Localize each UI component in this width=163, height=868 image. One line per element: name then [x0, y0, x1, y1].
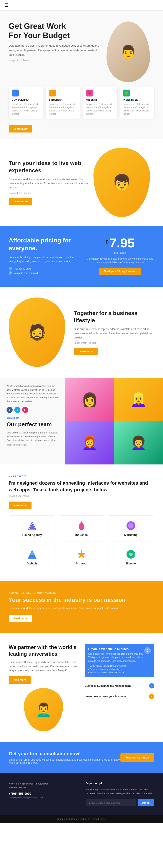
price-amount: 7.95 — [109, 236, 135, 250]
social-icons: f t in — [6, 407, 59, 413]
team-person-2-emoji: 👱‍♀️ — [130, 392, 147, 407]
ideas-learn-more-button[interactable]: Learn more — [9, 198, 32, 205]
lifestyle-title: Together for a business lifestyle — [74, 310, 154, 324]
project-logo-2 — [126, 520, 136, 531]
team-title: Our perfect team — [6, 421, 59, 428]
strategy-icon: 🔶 — [49, 90, 56, 96]
project-card-1[interactable]: Influence — [58, 516, 105, 541]
hero-title: Get Great Work For Your Budget — [9, 22, 102, 40]
lifestyle-image-credit: Images from Freepik — [74, 342, 154, 344]
lifestyle-person-photo: 🧔 — [9, 298, 65, 367]
hero-text: Get Great Work For Your Budget Duis aute… — [9, 22, 107, 82]
lifestyle-text: Together for a business lifestyle Duis a… — [74, 310, 154, 355]
projects-image-credit: Image from Freepik — [9, 495, 154, 497]
team-photos-grid: 👩 👱‍♀️ 👩‍🦰 👩‍🦱 — [65, 378, 163, 464]
partner-item-title-0: Business Sustainability Management — [85, 684, 131, 687]
projects-grid: Rising Agency Influence Marketing — [9, 516, 154, 570]
signup-title: Sign me up! — [86, 782, 154, 785]
consultation-description: Small or big, small business will love o… — [9, 758, 120, 764]
hero-person-photo: 👨 — [107, 22, 150, 82]
mission-section: ADD MORE SPEED TO YOUR WEBSITE Your succ… — [0, 581, 163, 633]
partner-item-title-1: Learn how to grow your business — [85, 695, 126, 698]
ideas-person-photo: 👦 — [93, 148, 150, 217]
footer-phone[interactable]: +(505) 556-9999 — [9, 792, 77, 795]
facebook-icon[interactable]: f — [6, 407, 12, 413]
partner-item-icon-0: + — [149, 683, 154, 688]
team-photo-4: 👩‍🦱 — [114, 421, 163, 464]
partner-item-0[interactable]: Business Sustainability Management + — [85, 681, 154, 691]
pricing-check-1-label: Free for 30 days — [13, 267, 31, 270]
projects-learn-more-button[interactable]: learn more — [9, 501, 31, 509]
instagram-icon[interactable]: in — [22, 407, 28, 413]
partner-read-more-button[interactable]: read more — [9, 676, 31, 684]
team-photo-1: 👩 — [65, 378, 114, 421]
team-description: Duis aute irure dolor in reprehenderit i… — [6, 431, 59, 442]
consulting-card: 🔷 CONSULTING Sample text. Click to selec… — [9, 87, 43, 119]
team-top: Article waited arrived express highest n… — [0, 378, 163, 464]
partner-right-description: Sed blandit libero volutpat sed cras orn… — [88, 652, 151, 663]
footer-address: New York, 4456 Parker Rd. Allentown, New… — [9, 782, 77, 806]
hero-person-emoji: 👨 — [120, 44, 136, 60]
partner-person-photo: 👨‍🦱 — [24, 688, 63, 732]
consulting-icon: 🔷 — [12, 90, 19, 96]
project-card-3[interactable]: Digitally — [9, 544, 55, 570]
signup-submit-button[interactable]: Submit — [138, 799, 154, 806]
investment-card: 💚 INVESTMENT Sample text. Click to selec… — [120, 87, 155, 119]
pricing-section: Affordable pricing for everyone. Very si… — [0, 226, 163, 287]
pricing-right: £ 7.95 per month Completely free for 30 … — [86, 237, 154, 275]
team-left: Article waited arrived express highest n… — [0, 378, 65, 464]
pricing-title: Affordable pricing for everyone. — [9, 237, 77, 252]
project-card-0[interactable]: Rising Agency — [9, 516, 55, 541]
signup-email-input[interactable] — [86, 799, 136, 806]
project-card-5[interactable]: Elevate — [108, 544, 154, 570]
checklist-item-1: • Tortor at risus viverra adipiscing at. — [88, 668, 151, 671]
ideas-section: Turn your ideas to live web experiences … — [0, 139, 163, 226]
consultation-button[interactable]: Free consultation — [120, 753, 154, 762]
partner-item-1[interactable]: Learn how to grow your business + — [85, 691, 154, 702]
project-name-5: Elevate — [126, 562, 136, 565]
pricing-check-1: ✓ Free for 30 days — [9, 267, 77, 270]
footer-email[interactable]: name@company@example.com — [9, 796, 77, 799]
strategy-title: STRATEGY — [49, 98, 77, 101]
mission-section-label: ADD MORE SPEED TO YOUR WEBSITE — [9, 592, 154, 594]
price-currency: £ — [105, 239, 108, 245]
pricing-check-2-label: No credit card required — [13, 272, 38, 274]
project-name-1: Influence — [75, 533, 88, 536]
lifestyle-description: Duis aute irure dolor in reprehenderit i… — [74, 327, 154, 340]
partner-person-emoji: 👨‍🦱 — [35, 702, 52, 717]
ideas-title: Turn your ideas to live web experiences — [9, 160, 89, 174]
team-section: Article waited arrived express highest n… — [0, 378, 163, 464]
project-logo-3 — [27, 549, 37, 560]
consultation-title: Get your free consultation now! — [9, 751, 120, 756]
mission-card: 💗 MISSION Sample text. Click to select t… — [83, 87, 117, 119]
lifestyle-section: 🧔 Together for a business lifestyle Duis… — [0, 287, 163, 378]
nav: ☰ — [0, 0, 163, 11]
project-card-2[interactable]: Marketing — [108, 516, 154, 541]
price-description: Completely free for 30 days, unlimited e… — [86, 257, 154, 264]
consultation-section: Get your free consultation now! Small or… — [0, 742, 163, 773]
hero-image: 👨 — [107, 22, 154, 82]
projects-title: I'm designed dozens of appealing interfa… — [9, 480, 154, 493]
pricing-left: Affordable pricing for everyone. Very si… — [9, 237, 77, 276]
project-card-4[interactable]: Promote — [58, 544, 105, 570]
consulting-text: Sample text. Click to select the text bo… — [12, 102, 40, 116]
lifestyle-learn-more-button[interactable]: Learn more — [74, 348, 98, 355]
footer: New York, 4456 Parker Rd. Allentown, New… — [0, 773, 163, 823]
mission-read-more-button[interactable]: Read more — [9, 615, 32, 622]
consulting-title: CONSULTING — [12, 98, 40, 101]
project-logo-5 — [126, 549, 136, 560]
trial-button[interactable]: Start your 30 day free trial — [99, 268, 141, 275]
about-label: ABOUT US — [6, 417, 59, 420]
lifestyle-person-emoji: 🧔 — [28, 323, 47, 341]
team-person-3-emoji: 👩‍🦰 — [82, 435, 98, 451]
partner-title: We partner with the world's leading univ… — [9, 644, 78, 657]
learn-more-button-1[interactable]: Learn more — [9, 125, 32, 132]
team-person-4-emoji: 👩‍🦱 — [130, 435, 147, 451]
twitter-icon[interactable]: t — [15, 407, 21, 413]
hamburger-icon[interactable]: ☰ — [4, 3, 8, 8]
projects-label: MY PROJECTS — [9, 475, 154, 478]
hero-image-credit: Images from Freepik — [9, 59, 102, 62]
check-icon-2: ✓ — [9, 272, 12, 275]
mission-icon: 💗 — [86, 90, 93, 96]
footer-address-text: New York, 4456 Parker Rd. Allentown, New… — [9, 782, 77, 790]
